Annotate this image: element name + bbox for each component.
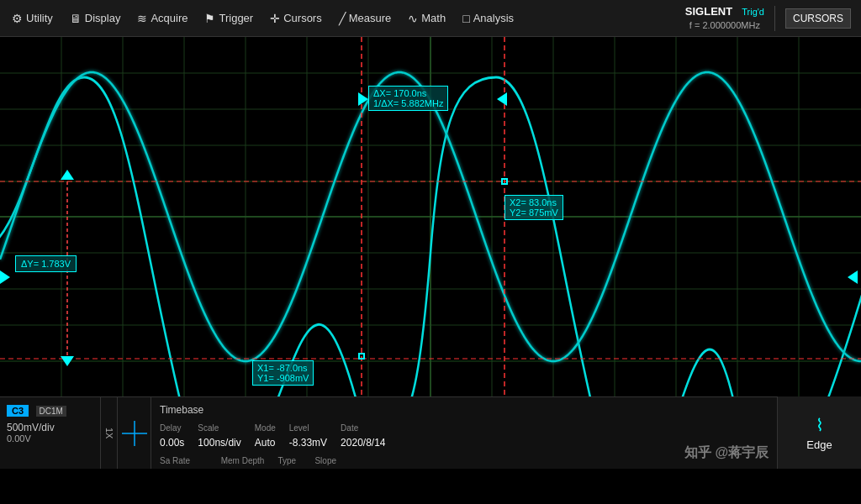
display-icon: 🖥 (70, 12, 82, 25)
status-bar: C3 DC1M 500mV/div 0.00V 1X Timebase Dela… (0, 396, 861, 469)
delta-x-label: ΔX= 170.0ns 1/ΔX= 5.882MHz (368, 86, 448, 111)
analysis-icon: □ (462, 12, 469, 25)
cursor2-top-arrow (497, 92, 507, 106)
cursors-icon: ✛ (270, 12, 280, 25)
menu-math[interactable]: ∿ Math (399, 0, 454, 36)
menu-display[interactable]: 🖥 Display (61, 0, 129, 36)
channel-badge: C3 (7, 405, 29, 417)
edge-box: ⌇ Edge (777, 396, 861, 469)
timebase-scale: 100ns/div (198, 435, 240, 451)
timebase-info: Timebase Delay 0.00s Scale 100ns/div Mod… (151, 397, 394, 469)
cursors-mode-label: CURSORS (785, 8, 851, 29)
brand-name: SIGLENT (685, 5, 732, 18)
menu-analysis[interactable]: □ Analysis (454, 0, 522, 36)
timebase-mode: Auto (255, 435, 276, 451)
channel-info: C3 DC1M 500mV/div 0.00V (0, 397, 101, 469)
right-y-arrow (848, 270, 858, 284)
trigger-type: Edge (277, 468, 301, 469)
menu-utility[interactable]: ⚙ Utility (3, 0, 61, 36)
utility-icon: ⚙ (12, 12, 23, 25)
menu-bar: ⚙ Utility 🖥 Display ≋ Acquire ⚑ Trigger … (0, 0, 861, 37)
acquire-icon: ≋ (137, 12, 147, 25)
timebase-sa: -8.33mV (289, 435, 327, 451)
dy-label: ΔY= 1.783V (15, 255, 77, 272)
edge-mode: Rising (314, 468, 342, 469)
dy-up-arrow (61, 170, 74, 180)
scope-screen: ΔX= 170.0ns 1/ΔX= 5.882MHz ΔY= 1.783V X1… (0, 37, 861, 469)
channel-scale: 500mV/div (7, 422, 93, 433)
freq-display: f = 2.000000MHz (685, 19, 764, 31)
timebase-label: Timebase (160, 402, 386, 418)
cursor1-readout: X1= -87.0ns Y1= -908mV (252, 360, 314, 386)
watermark: 知乎 @蒋宇辰 (684, 444, 769, 462)
left-y-arrow (0, 270, 10, 284)
cursor2-readout: X2= 83.0ns Y2= 875mV (504, 195, 563, 220)
sample-rate: 2.00GSa/s (160, 468, 208, 469)
menu-acquire[interactable]: ≋ Acquire (129, 0, 196, 36)
menu-measure[interactable]: ╱ Measure (330, 0, 400, 36)
cursor1-marker (358, 353, 365, 360)
menu-cursors[interactable]: ✛ Cursors (261, 0, 330, 36)
math-icon: ∿ (408, 12, 418, 25)
channel-offset: 0.00V (7, 433, 93, 444)
top-right-info: SIGLENT Trig'd f = 2.000000MHz CURSORS (685, 5, 858, 31)
probe-label: 1X (101, 397, 118, 469)
brand-info: SIGLENT Trig'd f = 2.000000MHz (685, 5, 764, 31)
edge-label: Edge (806, 438, 832, 451)
measure-icon: ╱ (339, 12, 346, 25)
trig-status: Trig'd (742, 7, 764, 17)
channel-coupling: DC1M (36, 406, 66, 417)
cursor1-top-arrow (358, 92, 368, 106)
timebase-delay: 0.00s (160, 435, 184, 451)
dy-down-arrow (61, 356, 74, 366)
mem-depth: 2.00kpts (221, 468, 265, 469)
trigger-icon: ⚑ (204, 12, 215, 25)
menu-trigger[interactable]: ⚑ Trigger (196, 0, 261, 36)
ch-crosshair (118, 397, 151, 469)
edge-waveform-icon: ⌇ (816, 415, 824, 435)
cursor2-marker (501, 178, 508, 185)
timebase-date: 2020/8/14 (341, 435, 385, 451)
